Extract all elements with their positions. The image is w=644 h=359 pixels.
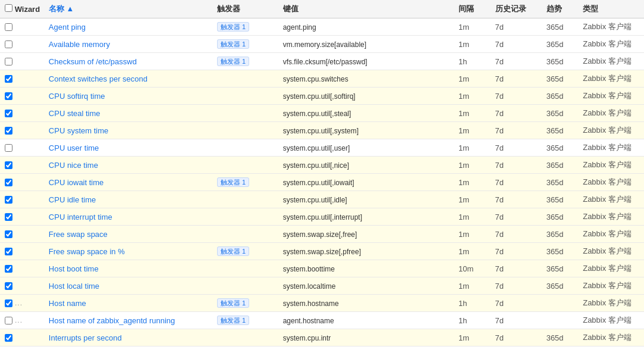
row-checkbox[interactable] [5, 317, 12, 324]
history-value: 7d [495, 264, 504, 273]
item-name-link[interactable]: Interrupts per second [49, 333, 122, 342]
row-checkbox[interactable] [5, 40, 12, 48]
interval-value: 1h [458, 299, 467, 308]
history-value: 7d [495, 316, 504, 325]
interval-value: 1m [458, 333, 469, 342]
row-checkbox[interactable] [5, 144, 12, 152]
wizard-cell [5, 265, 39, 273]
type-value: Zabbix 客户端 [583, 316, 632, 324]
key-value: agent.ping [283, 23, 316, 32]
row-checkbox[interactable] [5, 196, 12, 204]
wizard-cell [5, 75, 39, 83]
key-value: system.swap.size[,free] [283, 230, 357, 239]
header-key[interactable]: 键值 [278, 0, 454, 18]
wizard-cell [5, 110, 39, 117]
type-value: Zabbix 客户端 [583, 264, 632, 273]
table-row: ...Host name of zabbix_agentd running触发器… [0, 312, 644, 329]
item-name-link[interactable]: Context switches per second [49, 74, 147, 83]
row-checkbox[interactable] [5, 265, 12, 273]
row-checkbox[interactable] [5, 75, 12, 83]
trigger-badge[interactable]: 触发器 1 [217, 177, 249, 187]
interval-value: 1m [458, 74, 469, 83]
interval-value: 1m [458, 126, 469, 135]
type-value: Zabbix 客户端 [583, 212, 632, 221]
trend-value: 365d [546, 230, 564, 239]
table-row: Host local timesystem.localtime1m7d365dZ… [0, 277, 644, 295]
interval-value: 1m [458, 109, 469, 118]
item-name-link[interactable]: Host local time [49, 282, 99, 291]
trigger-badge[interactable]: 触发器 1 [217, 39, 249, 49]
trigger-badge[interactable]: 触发器 1 [217, 57, 249, 66]
item-name-link[interactable]: Host name [49, 299, 86, 308]
row-checkbox[interactable] [5, 213, 12, 221]
trigger-label: 触发器 [217, 4, 240, 13]
header-name[interactable]: 名称 ▲ [44, 0, 212, 18]
history-value: 7d [495, 57, 504, 66]
table-row: CPU nice timesystem.cpu.util[,nice]1m7d3… [0, 157, 644, 174]
item-name-link[interactable]: Host boot time [49, 264, 99, 273]
item-name-link[interactable]: CPU steal time [49, 109, 100, 118]
item-name-link[interactable]: CPU idle time [49, 195, 96, 204]
row-checkbox[interactable] [5, 92, 12, 100]
key-value: system.cpu.switches [283, 75, 348, 83]
type-value: Zabbix 客户端 [583, 57, 632, 65]
wizard-dots: ... [15, 316, 23, 324]
table-row: Context switches per secondsystem.cpu.sw… [0, 70, 644, 88]
row-checkbox[interactable] [5, 299, 12, 307]
trigger-badge[interactable]: 触发器 1 [217, 316, 249, 325]
item-name-link[interactable]: Checksum of /etc/passwd [49, 57, 137, 66]
header-trend[interactable]: 趋势 [542, 0, 579, 18]
wizard-cell [5, 334, 39, 342]
trigger-badge[interactable]: 触发器 1 [217, 298, 249, 308]
select-all-checkbox[interactable] [5, 4, 12, 12]
interval-value: 1h [458, 316, 467, 325]
item-name-link[interactable]: CPU softirq time [49, 92, 105, 101]
wizard-cell [5, 213, 39, 221]
type-label: 类型 [583, 4, 598, 13]
type-value: Zabbix 客户端 [583, 126, 632, 135]
header-interval[interactable]: 间隔 [454, 0, 491, 18]
table-row: CPU steal timesystem.cpu.util[,steal]1m7… [0, 105, 644, 122]
table-row: Interrupts per secondsystem.cpu.intr1m7d… [0, 329, 644, 346]
row-checkbox[interactable] [5, 110, 12, 117]
wizard-cell [5, 92, 39, 100]
key-value: system.cpu.util[,system] [283, 127, 359, 135]
wizard-cell [5, 40, 39, 48]
item-name-link[interactable]: CPU user time [49, 143, 99, 152]
wizard-cell [5, 127, 39, 135]
key-value: system.hostname [283, 299, 339, 308]
key-value: vfs.file.cksum[/etc/passwd] [283, 58, 367, 66]
item-name-link[interactable]: Agent ping [49, 23, 86, 32]
row-checkbox[interactable] [5, 179, 12, 186]
history-value: 7d [495, 23, 504, 32]
header-wizard[interactable]: Wizard [0, 0, 44, 18]
item-name-link[interactable]: Host name of zabbix_agentd running [49, 316, 175, 325]
row-checkbox[interactable] [5, 58, 12, 65]
item-name-link[interactable]: CPU interrupt time [49, 213, 112, 221]
trigger-badge[interactable]: 触发器 1 [217, 246, 249, 256]
header-history[interactable]: 历史记录 [491, 0, 542, 18]
item-name-link[interactable]: CPU system time [49, 126, 108, 135]
item-name-link[interactable]: Free swap space [49, 230, 108, 239]
history-value: 7d [495, 230, 504, 239]
row-checkbox[interactable] [5, 282, 12, 290]
row-checkbox[interactable] [5, 127, 12, 135]
item-name-link[interactable]: CPU nice time [49, 161, 98, 170]
interval-value: 1m [458, 195, 469, 204]
trigger-badge[interactable]: 触发器 1 [217, 22, 249, 32]
row-checkbox[interactable] [5, 248, 12, 255]
interval-value: 1m [458, 40, 469, 49]
history-value: 7d [495, 92, 504, 101]
row-checkbox[interactable] [5, 23, 12, 31]
item-name-link[interactable]: Free swap space in % [49, 247, 125, 256]
row-checkbox[interactable] [5, 230, 12, 238]
table-row: Free swap spacesystem.swap.size[,free]1m… [0, 226, 644, 243]
row-checkbox[interactable] [5, 334, 12, 342]
item-name-link[interactable]: Available memory [49, 40, 110, 49]
header-type[interactable]: 类型 [578, 0, 644, 18]
header-trigger[interactable]: 触发器 [212, 0, 278, 18]
item-name-link[interactable]: CPU iowait time [49, 178, 103, 187]
trend-value: 365d [546, 57, 564, 66]
interval-value: 1m [458, 230, 469, 239]
row-checkbox[interactable] [5, 161, 12, 169]
